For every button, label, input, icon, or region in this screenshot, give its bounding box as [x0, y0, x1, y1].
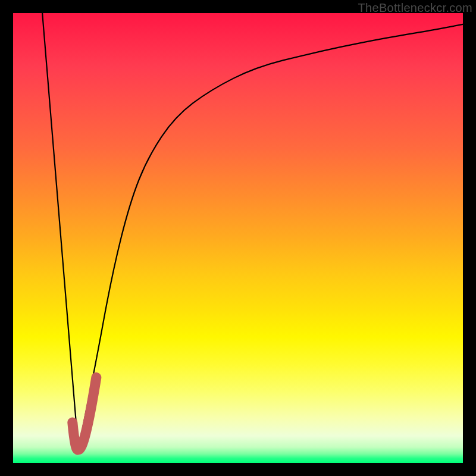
gradient-background — [13, 13, 463, 463]
plot-area — [13, 13, 463, 463]
chart-frame: TheBottleneckcr.com — [0, 0, 476, 476]
